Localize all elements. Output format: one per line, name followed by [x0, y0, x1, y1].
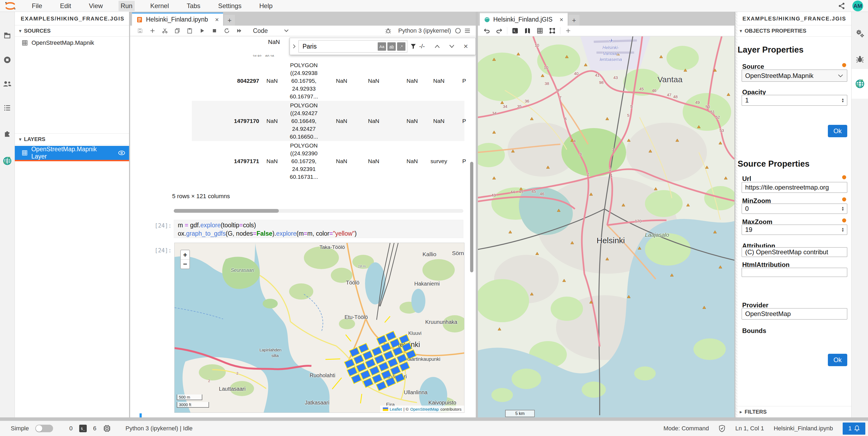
opacity-input[interactable]: 1 ▲▼ [742, 95, 847, 106]
layers-section-header[interactable]: ▾ LAYERS [15, 134, 129, 145]
menu-item-run[interactable]: Run [119, 1, 135, 11]
close-search-icon[interactable]: × [464, 42, 468, 51]
paste-cells-button[interactable] [183, 26, 196, 36]
dataframe-cell: POLYGON((24.9239060.16729,24.9239160.167… [281, 141, 327, 181]
jgis-globe-icon[interactable] [0, 156, 14, 166]
source-item-openstreetmap[interactable]: OpenStreetMap.Mapnik [15, 37, 129, 49]
layer-ok-button[interactable]: Ok [828, 125, 847, 137]
user-avatar[interactable]: AM [852, 1, 863, 11]
terminals-count[interactable]: 0 [69, 425, 72, 432]
menu-item-settings[interactable]: Settings [216, 1, 244, 11]
collaboration-users-icon[interactable] [0, 80, 14, 88]
source-ok-button[interactable]: Ok [828, 354, 847, 366]
search-input[interactable] [302, 42, 377, 51]
minzoom-input[interactable]: 0 ▲▼ [742, 204, 847, 214]
menu-item-kernel[interactable]: Kernel [148, 1, 171, 11]
notebook-content: NaN 24.92... 60.16... Aa ab .* -/- [130, 36, 476, 417]
tab-close-icon[interactable]: × [215, 16, 219, 24]
new-tab-button[interactable]: + [224, 15, 235, 26]
panel-menu-icon[interactable] [461, 26, 474, 36]
spinner-arrows-icon[interactable]: ▲▼ [841, 206, 844, 211]
cut-cells-button[interactable] [159, 26, 171, 36]
previous-match-chevron-up-icon[interactable] [435, 45, 440, 48]
regex-button[interactable]: .* [397, 42, 405, 51]
dataframe-horizontal-scrollbar[interactable] [174, 209, 463, 213]
attribution-input[interactable]: (C) OpenStreetMap contribut [742, 247, 847, 257]
menu-item-tabs[interactable]: Tabs [185, 1, 203, 11]
file-browser-icon[interactable] [0, 31, 14, 39]
property-inspector-gears-icon[interactable] [851, 29, 868, 39]
simple-mode-toggle[interactable] [35, 425, 53, 432]
debugger-bug-icon[interactable] [382, 26, 394, 36]
redo-button[interactable] [493, 26, 505, 36]
undo-button[interactable] [480, 26, 493, 36]
openstreetmap-link[interactable]: OpenStreetMap [410, 407, 439, 411]
code-cell[interactable]: m = gdf.explore(tooltip=cols) ox.graph_t… [174, 220, 463, 238]
stop-kernel-button[interactable] [208, 26, 221, 36]
insert-cell-button[interactable] [146, 26, 159, 36]
scrollbar-thumb[interactable] [174, 209, 279, 213]
kernels-count[interactable]: 6 [93, 425, 96, 432]
basemap-book-icon[interactable] [521, 26, 534, 36]
terminal-icon[interactable]: $_ [79, 425, 87, 432]
kernel-status-text[interactable]: Python 3 (ipykernel) | Idle [126, 425, 193, 432]
whole-word-button[interactable]: ab [388, 42, 396, 51]
htmlattribution-input[interactable] [742, 268, 847, 277]
leaflet-link[interactable]: Leaflet [390, 407, 402, 411]
layer-item-selected[interactable]: OpenStreetMap.Mapnik Layer [15, 146, 129, 160]
spinner-arrows-icon[interactable]: ▲▼ [841, 227, 844, 232]
menu-item-help[interactable]: Help [257, 1, 275, 11]
cursor-position[interactable]: Ln 1, Col 1 [735, 425, 764, 432]
notifications-badge[interactable]: 1 [843, 423, 865, 435]
spinner-arrows-icon[interactable]: ▲▼ [841, 98, 844, 103]
url-input[interactable]: https://tile.openstreetmap.org [742, 182, 847, 193]
map-place-label: Kallio [423, 251, 436, 258]
sources-section-header[interactable]: ▾ SOURCES [15, 25, 129, 37]
new-tab-button[interactable]: + [569, 15, 580, 26]
notebook-vertical-scrollbar[interactable] [470, 162, 473, 272]
tab-notebook[interactable]: Helsinki_Finland.ipynb × [132, 13, 223, 26]
panel-resize-handle[interactable] [736, 12, 737, 417]
caret-right-icon: ▸ [740, 409, 742, 414]
kernel-name[interactable]: Python 3 (ipykernel) [398, 27, 451, 34]
menu-item-edit[interactable]: Edit [58, 1, 73, 11]
run-cell-button[interactable] [196, 26, 208, 36]
zoom-in-button[interactable]: + [181, 250, 189, 259]
cell-type-dropdown[interactable]: Code [253, 27, 289, 34]
tab-jgis[interactable]: Helsinki_Finland.jGIS × [480, 13, 568, 26]
jgis-globe-icon[interactable] [851, 79, 868, 89]
gis-map-view[interactable]: ✈Helsinki-VantaanlentoasemaVantaaHelsink… [478, 36, 734, 417]
zoom-out-button[interactable]: − [181, 259, 189, 268]
leaflet-map-output[interactable]: Taka-Töölö18 mKallioSörnSeurasaariTöölöH… [174, 243, 464, 413]
expand-replace-chevron-icon[interactable] [292, 44, 296, 49]
editor-mode-indicator[interactable]: Mode: Command [663, 425, 709, 432]
terminal-console-icon[interactable]: $_ [509, 26, 521, 36]
share-icon[interactable] [838, 2, 845, 10]
extensions-puzzle-icon[interactable] [0, 130, 14, 139]
maxzoom-input[interactable]: 19 ▲▼ [742, 225, 847, 235]
layer-visibility-eye-icon[interactable] [118, 150, 125, 155]
raster-layer-grid-icon[interactable] [534, 26, 546, 36]
map-place-label: 47 [667, 92, 672, 97]
match-case-button[interactable]: Aa [378, 42, 386, 51]
next-match-chevron-down-icon[interactable] [449, 45, 455, 48]
table-of-contents-icon[interactable] [0, 104, 14, 112]
debugger-bug-icon[interactable] [851, 55, 868, 63]
map-place-label: 52 [715, 115, 720, 119]
tab-close-icon[interactable]: × [560, 16, 563, 24]
running-sessions-icon[interactable] [0, 56, 14, 64]
save-button[interactable] [134, 26, 146, 36]
objects-properties-header[interactable]: ▾ OBJECTS PROPERTIES [736, 25, 851, 37]
provider-input[interactable]: OpenStreetMap [742, 308, 847, 320]
source-select[interactable]: OpenStreetMap.Mapnik [742, 69, 847, 82]
vector-polygon-icon[interactable] [546, 26, 558, 36]
filters-section-header[interactable]: ▸ FILTERS [736, 406, 851, 417]
restart-kernel-button[interactable] [221, 26, 233, 36]
add-layer-button[interactable] [562, 26, 575, 36]
menu-item-view[interactable]: View [87, 1, 105, 11]
kernel-chip-icon[interactable] [103, 425, 111, 433]
copy-cells-button[interactable] [171, 26, 183, 36]
filter-icon[interactable] [410, 43, 416, 50]
menu-item-file[interactable]: File [30, 1, 44, 11]
run-all-button[interactable] [233, 26, 245, 36]
